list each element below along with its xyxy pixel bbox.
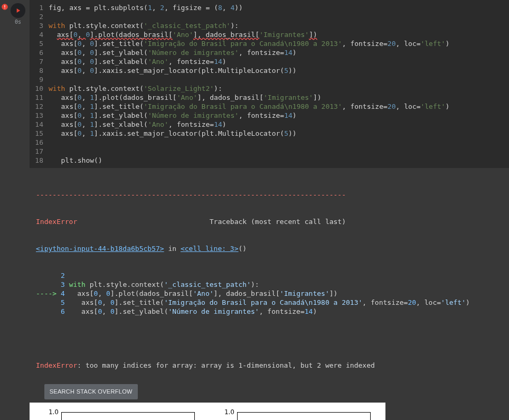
code-editor[interactable]: 123456789101112131415161718 fig, axs = p… [30, 0, 509, 168]
ytick-label: 1.0 [49, 408, 59, 416]
traceback-separator: ----------------------------------------… [36, 190, 503, 199]
search-stack-overflow-button[interactable]: SEARCH STACK OVERFLOW [44, 384, 138, 399]
error-indicator-icon [1, 3, 8, 11]
play-icon [14, 7, 22, 14]
traceback-link[interactable]: <ipython-input-44-b18da6b5cb57> [36, 245, 164, 253]
svg-rect-2 [4, 8, 5, 8]
traceback-source: <ipython-input-44-b18da6b5cb57> in <cell… [36, 244, 503, 253]
exec-time-label: 0s [15, 19, 21, 25]
code-text[interactable]: fig, axs = plt.subplots(1, 2, figsize = … [49, 0, 509, 168]
plot-frame [237, 412, 371, 420]
subplot-left: 1.00.80.60.40.2 [36, 409, 197, 420]
figure-output: 1.00.80.60.40.2 1.00.80.60.40.2 [30, 403, 385, 420]
cell-gutter: 0s [0, 0, 30, 168]
line-number-gutter: 123456789101112131415161718 [30, 0, 49, 168]
traceback-final: IndexError: too many indices for array: … [36, 361, 503, 370]
code-cell: 0s 123456789101112131415161718 fig, axs … [0, 0, 509, 168]
svg-rect-1 [4, 5, 5, 8]
traceback-header: IndexError Traceback (most recent call l… [36, 217, 503, 226]
run-cell-button[interactable] [11, 3, 25, 18]
ytick-label: 1.0 [224, 408, 234, 416]
subplot-right: 1.00.80.60.40.2 [212, 409, 373, 420]
traceback-lines: 2 3 with plt.style.context('_classic_tes… [36, 271, 503, 316]
output-area: ----------------------------------------… [30, 168, 509, 403]
plot-frame [61, 412, 195, 420]
